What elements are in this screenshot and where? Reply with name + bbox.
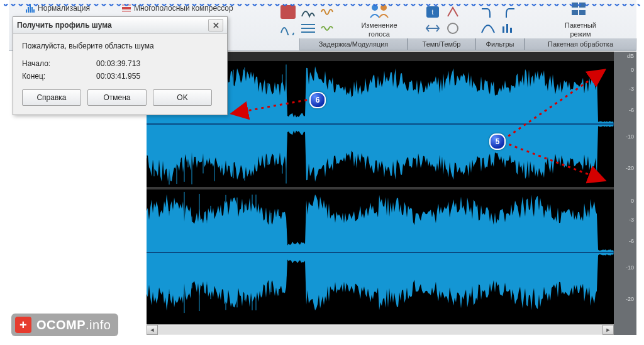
batch-mode-icon [570,0,591,20]
svg-rect-17 [572,10,578,15]
db-tick: -20 [626,165,634,171]
ok-button[interactable]: OK [153,89,212,106]
db-tick: -3 [629,217,634,223]
svg-rect-6 [280,5,296,19]
flanger-icon[interactable] [280,21,296,35]
db-tick: -20 [626,296,634,302]
svg-rect-13 [506,24,508,33]
dialog-title-text: Получить профиль шума [17,21,112,30]
dialog-titlebar[interactable]: Получить профиль шума ✕ [13,17,227,34]
svg-rect-2 [30,4,31,13]
svg-rect-0 [26,9,27,13]
phaser-icon[interactable] [301,21,316,35]
lowpass-icon[interactable] [480,5,496,19]
svg-rect-1 [28,7,29,13]
highpass-icon[interactable] [501,5,516,19]
start-value: 00:03:39.713 [96,59,140,68]
ribbon-label-batch-1: Пакетный [565,21,596,29]
tool-cluster-filters [479,4,519,37]
cancel-button[interactable]: Отмена [87,89,147,106]
normalize-icon [25,3,35,13]
svg-rect-5 [122,7,131,9]
bandpass-icon[interactable] [480,21,496,35]
svg-point-8 [380,4,387,11]
watermark-text: OCOMP [36,318,86,332]
close-icon[interactable]: ✕ [208,19,223,31]
svg-text:t: t [432,9,434,16]
watermark: + OCOMP.info [11,314,118,336]
dialog-message: Пожалуйста, выберите область шума [22,42,218,50]
db-tick: 0 [631,198,634,204]
svg-rect-12 [502,26,504,33]
horizontal-scrollbar[interactable]: ◄ ► [147,324,614,335]
tool-cluster-delay-mod [279,4,340,37]
watermark-plus-icon: + [15,317,31,333]
eq-icon[interactable] [501,21,516,35]
chorus-icon[interactable] [321,5,336,19]
scroll-left-arrow[interactable]: ◄ [147,325,158,335]
waveform-channel-right[interactable] [147,189,614,315]
ribbon-group-batch[interactable]: Пакетная обработка [525,38,636,50]
db-tick: -10 [626,133,634,140]
db-tick: 0 [631,67,634,73]
db-unit: dB [627,53,634,59]
noise-profile-dialog: Получить профиль шума ✕ Пожалуйста, выбе… [13,16,228,115]
svg-rect-15 [572,3,578,8]
ribbon-item-normalize[interactable]: Нормализация [21,3,94,13]
voice-change-icon [369,0,390,20]
help-button[interactable]: Справка [22,89,81,106]
delay-icon[interactable] [280,5,296,19]
timbre-icon[interactable] [445,21,460,35]
db-scale: dB 0 -3 -6 -10 -20 0 -3 -6 -10 -20 [614,52,636,335]
pitch-icon[interactable] [445,5,460,19]
annotation-callout-5: 5 [489,133,506,150]
echo-icon[interactable] [301,5,316,19]
tool-cluster-tempo: t [424,4,464,37]
svg-rect-16 [579,3,586,8]
end-value: 00:03:41.955 [96,72,140,81]
svg-rect-14 [510,28,512,33]
start-label: Начало: [22,59,96,68]
ribbon-label-voice-change-2: голоса [369,30,390,38]
ribbon-label-multiband: Многополосный компрессор [134,4,233,13]
stretch-icon[interactable] [425,21,440,35]
annotation-callout-6: 6 [309,92,326,108]
svg-rect-3 [31,7,33,13]
compressor-icon [121,3,131,13]
db-tick: -6 [629,107,634,113]
scroll-right-arrow[interactable]: ► [602,325,614,335]
scroll-track[interactable] [158,325,602,334]
db-tick: -6 [629,238,634,244]
ribbon-label-batch-2: режим [570,30,591,38]
end-label: Конец: [22,72,96,81]
db-tick: -10 [626,264,634,271]
watermark-suffix: .info [86,318,111,332]
svg-rect-18 [579,10,586,15]
ribbon-item-multiband-compressor[interactable]: Многополосный компрессор [118,3,237,13]
vibrato-icon[interactable] [321,21,336,35]
db-tick: -3 [629,86,634,92]
ribbon-button-voice-change[interactable]: Изменение голоса [353,0,405,37]
ribbon-label-normalize: Нормализация [38,4,90,13]
svg-rect-4 [33,9,35,13]
tempo-icon[interactable]: t [425,5,440,19]
ribbon-group-delay-mod[interactable]: Задержка/Модуляция [299,38,408,50]
ribbon-button-batch-mode[interactable]: Пакетный режим [533,0,628,37]
svg-point-7 [372,4,378,11]
ribbon-group-tempo[interactable]: Темп/Тембр [408,38,475,50]
svg-point-11 [448,23,458,33]
ribbon-label-voice-change-1: Изменение [361,21,397,29]
ribbon-group-filters[interactable]: Фильтры [475,38,525,50]
